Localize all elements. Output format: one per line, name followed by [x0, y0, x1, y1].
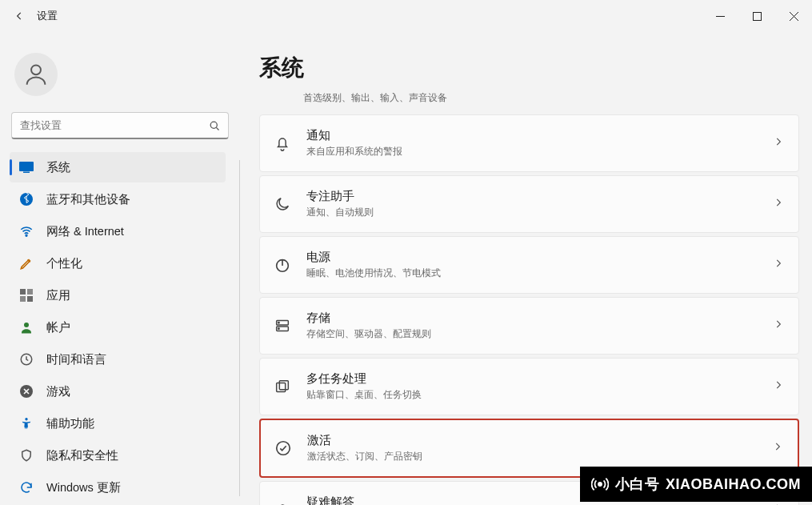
bell-icon — [271, 132, 294, 154]
minimize-button[interactable] — [702, 0, 738, 32]
settings-card[interactable]: 专注助手通知、自动规则 — [259, 175, 799, 233]
card-subtitle: 贴靠窗口、桌面、任务切换 — [306, 388, 773, 402]
svg-point-11 — [24, 323, 29, 327]
svg-point-6 — [26, 234, 27, 236]
chevron-right-icon — [773, 136, 784, 150]
card-subtitle: 存储空间、驱动器、配置规则 — [306, 327, 773, 341]
sidebar-item-label: 帐户 — [46, 320, 218, 335]
svg-rect-8 — [27, 289, 33, 295]
chevron-right-icon — [773, 258, 784, 272]
sidebar-item-apps[interactable]: 应用 — [10, 280, 226, 311]
personalization-icon — [18, 255, 35, 272]
sidebar-item-label: 隐私和安全性 — [46, 448, 218, 463]
sidebar-item-label: 应用 — [46, 288, 218, 303]
settings-card[interactable]: 多任务处理贴靠窗口、桌面、任务切换 — [259, 358, 799, 415]
window-controls — [702, 0, 812, 32]
card-text: 激活激活状态、订阅、产品密钥 — [307, 433, 772, 463]
system-icon — [18, 158, 35, 176]
svg-rect-20 — [277, 383, 286, 391]
sidebar-item-label: Windows 更新 — [46, 480, 218, 495]
card-title: 多任务处理 — [306, 371, 773, 387]
accessibility-icon — [18, 415, 35, 432]
svg-rect-21 — [279, 381, 288, 390]
windows-update-icon — [18, 479, 35, 496]
chevron-right-icon — [773, 319, 784, 333]
avatar — [14, 53, 58, 96]
card-title: 存储 — [306, 311, 773, 326]
time-language-icon — [18, 351, 35, 368]
chevron-right-icon — [773, 197, 784, 211]
sidebar-item-label: 系统 — [46, 160, 218, 175]
close-button[interactable] — [775, 0, 812, 32]
gaming-icon — [18, 383, 35, 400]
card-text: 多任务处理贴靠窗口、桌面、任务切换 — [306, 371, 773, 402]
multitask-icon — [271, 375, 294, 398]
search-icon[interactable] — [205, 116, 224, 135]
title-bar: 设置 — [0, 0, 812, 32]
svg-point-23 — [598, 483, 601, 486]
watermark-site: XIAOBAIHAO.COM — [666, 476, 801, 493]
account-icon — [18, 319, 35, 336]
sidebar-item-label: 游戏 — [46, 384, 218, 399]
card-subtitle: 睡眠、电池使用情况、节电模式 — [306, 267, 773, 280]
svg-rect-0 — [753, 12, 761, 20]
broadcast-icon — [591, 475, 609, 493]
sidebar-item-time-language[interactable]: 时间和语言 — [10, 344, 226, 375]
sidebar-item-personalization[interactable]: 个性化 — [10, 248, 226, 279]
card-subtitle: 来自应用和系统的警报 — [306, 145, 773, 158]
sidebar-item-system[interactable]: 系统 — [10, 152, 226, 182]
card-text: 专注助手通知、自动规则 — [306, 189, 773, 219]
svg-rect-7 — [20, 289, 26, 295]
sidebar-item-accessibility[interactable]: 辅助功能 — [10, 408, 226, 439]
privacy-icon — [18, 447, 35, 464]
svg-rect-10 — [27, 296, 33, 302]
back-icon[interactable] — [11, 8, 27, 24]
chevron-right-icon — [772, 441, 783, 455]
card-subtitle: 激活状态、订阅、产品密钥 — [307, 450, 772, 463]
maximize-button[interactable] — [738, 0, 775, 32]
card-title: 通知 — [306, 128, 773, 143]
card-title: 电源 — [306, 250, 773, 265]
svg-point-14 — [25, 418, 27, 420]
watermark-text: 小白号 — [615, 475, 660, 494]
page-title: 系统 — [259, 53, 799, 83]
settings-card[interactable]: 存储存储空间、驱动器、配置规则 — [259, 297, 799, 355]
sidebar-item-gaming[interactable]: 游戏 — [10, 376, 226, 407]
card-text: 通知来自应用和系统的警报 — [306, 128, 773, 158]
sidebar-item-privacy[interactable]: 隐私和安全性 — [10, 440, 226, 471]
sidebar: 系统 蓝牙和其他设备 网络 & Internet 个性化 应用 帐户 — [0, 32, 240, 505]
sidebar-scrollbar[interactable] — [239, 160, 240, 496]
wrench-icon — [271, 499, 294, 505]
power-icon — [271, 254, 294, 276]
sidebar-item-bluetooth[interactable]: 蓝牙和其他设备 — [10, 184, 226, 214]
sidebar-item-network[interactable]: 网络 & Internet — [10, 216, 226, 246]
svg-point-19 — [278, 328, 279, 329]
card-title: 激活 — [307, 433, 772, 448]
sidebar-item-accounts[interactable]: 帐户 — [10, 312, 226, 343]
card-title: 专注助手 — [306, 189, 773, 204]
user-row[interactable] — [10, 40, 235, 110]
search-wrap — [11, 112, 229, 139]
search-input[interactable] — [11, 112, 229, 139]
sidebar-item-windows-update[interactable]: Windows 更新 — [10, 472, 226, 503]
svg-point-2 — [210, 122, 217, 128]
chevron-right-icon — [773, 379, 784, 394]
sidebar-item-label: 时间和语言 — [46, 352, 218, 367]
card-text: 电源睡眠、电池使用情况、节电模式 — [306, 250, 773, 280]
moon-icon — [271, 193, 294, 215]
settings-card[interactable]: 电源睡眠、电池使用情况、节电模式 — [259, 236, 799, 294]
settings-list: 通知来自应用和系统的警报专注助手通知、自动规则电源睡眠、电池使用情况、节电模式存… — [259, 114, 799, 505]
bluetooth-icon — [18, 190, 35, 208]
card-subtitle: 通知、自动规则 — [306, 206, 773, 219]
svg-rect-4 — [23, 172, 30, 174]
card-text: 存储存储空间、驱动器、配置规则 — [306, 311, 773, 341]
svg-rect-9 — [20, 296, 26, 302]
previous-item-peek: 首选级别、输出、输入、声音设备 — [259, 91, 799, 105]
nav-list: 系统 蓝牙和其他设备 网络 & Internet 个性化 应用 帐户 — [10, 152, 235, 503]
wifi-icon — [18, 222, 35, 240]
sidebar-item-label: 个性化 — [46, 256, 218, 271]
settings-card[interactable]: 通知来自应用和系统的警报 — [259, 114, 799, 172]
apps-icon — [18, 287, 35, 304]
window-title: 设置 — [37, 9, 58, 23]
svg-point-1 — [31, 65, 41, 74]
